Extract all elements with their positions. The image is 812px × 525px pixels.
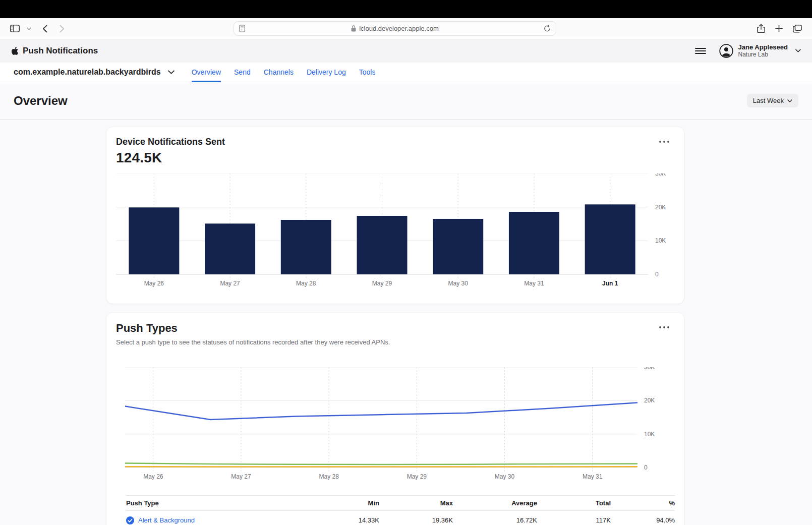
new-tab-plus-icon[interactable] (775, 25, 783, 32)
card-more-options-button[interactable] (659, 137, 670, 145)
card-title: Push Types (116, 322, 684, 335)
tab-overview[interactable]: Overview (192, 63, 221, 82)
svg-text:0: 0 (655, 271, 659, 278)
sidebar-toggle-icon[interactable] (10, 25, 20, 32)
svg-text:May 29: May 29 (407, 473, 427, 480)
page-title: Overview (14, 94, 68, 108)
notifications-total: 124.5K (116, 150, 684, 166)
cell-min: 14.33K (305, 516, 379, 524)
table-row: Alert & Background 14.33K 19.36K 16.72K … (126, 511, 675, 525)
bundle-id-selector[interactable]: com.example.naturelab.backyardbirds (14, 68, 175, 77)
svg-text:20K: 20K (655, 204, 666, 211)
date-range-label: Last Week (753, 97, 784, 104)
col-average: Average (453, 499, 537, 507)
account-chevron-down-icon (795, 49, 801, 52)
account-name: Jane Appleseed (738, 44, 788, 51)
browser-toolbar: icloud.developer.apple.com (0, 18, 812, 39)
svg-text:10K: 10K (644, 431, 655, 438)
app-title: Push Notifications (23, 46, 98, 56)
card-more-options-button[interactable] (659, 323, 670, 330)
card-subtitle: Select a push type to see the statuses o… (116, 338, 684, 346)
address-bar[interactable]: icloud.developer.apple.com (234, 21, 556, 36)
ellipsis-icon (659, 326, 670, 329)
lock-icon (351, 25, 356, 32)
svg-text:May 26: May 26 (143, 473, 163, 480)
push-types-line-chart: 010K20K30KMay 26May 27May 28May 29May 30… (125, 367, 667, 484)
cell-max: 19.36K (379, 516, 453, 524)
table-header-row: Push Type Min Max Average Total % (126, 495, 675, 511)
cell-average: 16.72K (453, 516, 537, 524)
ellipsis-icon (659, 140, 670, 143)
svg-text:May 28: May 28 (319, 473, 339, 480)
svg-text:Jun 1: Jun 1 (602, 280, 618, 287)
push-types-table: Push Type Min Max Average Total % Alert … (126, 495, 675, 525)
account-org: Nature Lab (738, 51, 788, 59)
tab-overview-icon[interactable] (793, 25, 802, 33)
page-content: Overview Last Week Device Notifications … (0, 82, 812, 525)
svg-text:30K: 30K (655, 173, 666, 177)
svg-text:May 27: May 27 (231, 473, 251, 480)
cell-percent: 94.0% (611, 516, 675, 524)
cell-total: 117K (537, 516, 611, 524)
svg-text:May 31: May 31 (583, 473, 603, 480)
svg-text:20K: 20K (644, 397, 655, 404)
svg-text:May 31: May 31 (524, 280, 544, 287)
svg-text:May 26: May 26 (144, 280, 164, 287)
avatar-icon (719, 44, 733, 58)
selected-check-icon (126, 516, 134, 524)
url-text: icloud.developer.apple.com (359, 25, 439, 32)
range-chevron-down-icon (787, 99, 792, 102)
tab-channels[interactable]: Channels (264, 63, 294, 82)
col-min: Min (305, 499, 379, 507)
svg-text:May 30: May 30 (495, 473, 515, 480)
svg-text:May 27: May 27 (220, 280, 240, 287)
svg-text:30K: 30K (644, 367, 655, 371)
col-max: Max (379, 499, 453, 507)
col-total: Total (537, 499, 611, 507)
svg-text:May 28: May 28 (296, 280, 316, 287)
back-button-icon[interactable] (42, 25, 47, 33)
device-notifications-bar-chart: 010K20K30KMay 26May 27May 28May 29May 30… (116, 173, 677, 290)
account-menu[interactable]: Jane Appleseed Nature Lab (719, 44, 801, 59)
bundle-chevron-down-icon (168, 70, 175, 74)
forward-button-icon[interactable] (60, 25, 65, 33)
svg-text:May 30: May 30 (448, 280, 469, 287)
card-title: Device Notifications Sent (116, 137, 684, 147)
window-top-bar (0, 0, 812, 18)
tab-tools[interactable]: Tools (359, 63, 376, 82)
device-notifications-card: Device Notifications Sent 124.5K 010K20K… (106, 127, 684, 304)
apple-logo-icon (11, 46, 19, 55)
tab-delivery-log[interactable]: Delivery Log (307, 63, 346, 82)
app-header: Push Notifications Jane Appleseed Nature… (0, 39, 812, 63)
date-range-button[interactable]: Last Week (747, 94, 798, 107)
col-percent: % (611, 499, 675, 507)
app-nav: com.example.naturelab.backyardbirds Over… (0, 63, 812, 82)
reload-icon[interactable] (544, 25, 551, 32)
menu-hamburger-icon[interactable] (695, 47, 706, 54)
share-icon[interactable] (757, 24, 765, 33)
bundle-id: com.example.naturelab.backyardbirds (14, 68, 161, 77)
push-type-link[interactable]: Alert & Background (138, 516, 195, 524)
col-push-type: Push Type (126, 499, 305, 507)
svg-text:10K: 10K (655, 237, 666, 244)
sidebar-chevron-down-icon[interactable] (27, 27, 31, 30)
push-types-card: Push Types Select a push type to see the… (106, 313, 684, 525)
tab-bar: Overview Send Channels Delivery Log Tool… (192, 63, 376, 82)
svg-text:0: 0 (644, 464, 648, 471)
reader-icon[interactable] (239, 25, 245, 32)
svg-text:May 29: May 29 (372, 280, 392, 287)
tab-send[interactable]: Send (234, 63, 251, 82)
